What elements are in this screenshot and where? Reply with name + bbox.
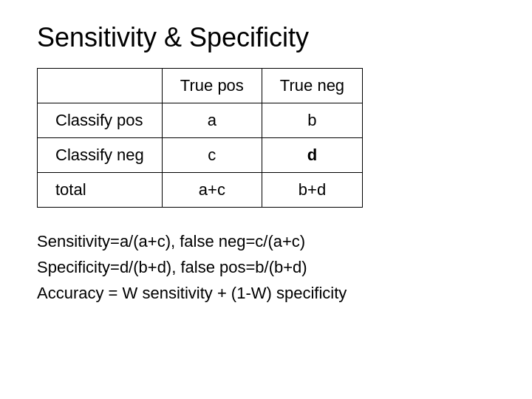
table-cell-r0-c0: Classify pos bbox=[38, 103, 163, 138]
table-cell-r1-c0: Classify neg bbox=[38, 138, 163, 173]
formulas-section: Sensitivity=a/(a+c), false neg=c/(a+c)Sp… bbox=[37, 228, 347, 307]
table-header-empty bbox=[38, 69, 163, 103]
formula-line-2: Accuracy = W sensitivity + (1-W) specifi… bbox=[37, 280, 347, 306]
table-cell-r0-c2: b bbox=[262, 103, 362, 138]
table-cell-r1-c1: c bbox=[162, 138, 262, 173]
table-header-true-pos: True pos bbox=[162, 69, 262, 103]
table-cell-r0-c1: a bbox=[162, 103, 262, 138]
table-cell-r2-c2: b+d bbox=[262, 173, 362, 208]
confusion-matrix-table: True posTrue negClassify posabClassify n… bbox=[37, 68, 363, 208]
formula-line-1: Specificity=d/(b+d), false pos=b/(b+d) bbox=[37, 254, 347, 280]
table-cell-r2-c0: total bbox=[38, 173, 163, 208]
formula-line-0: Sensitivity=a/(a+c), false neg=c/(a+c) bbox=[37, 228, 347, 254]
table-cell-r2-c1: a+c bbox=[162, 173, 262, 208]
table: True posTrue negClassify posabClassify n… bbox=[37, 68, 363, 208]
page-title: Sensitivity & Specificity bbox=[37, 22, 309, 53]
table-header-true-neg: True neg bbox=[262, 69, 362, 103]
table-cell-r1-c2: d bbox=[262, 138, 362, 173]
